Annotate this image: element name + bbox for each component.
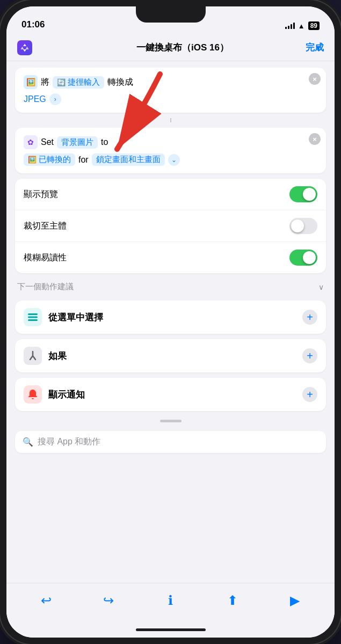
- scroll-content: × 🖼️ 將 🔄 捷徑輸入 轉換成 JPEG ›: [6, 61, 335, 583]
- signal-bars: [285, 23, 295, 29]
- undo-button[interactable]: ↩: [34, 589, 58, 612]
- suggestion-item-notify[interactable]: 顯示通知 +: [15, 378, 326, 411]
- close-card-2-button[interactable]: ×: [309, 133, 321, 145]
- jpeg-chevron[interactable]: ›: [49, 93, 61, 105]
- svg-rect-2: [28, 317, 38, 318]
- toggle-label-crop: 裁切至主體: [24, 221, 289, 232]
- shortcut-token-icon: 🔄: [57, 78, 66, 86]
- home-indicator: [6, 621, 335, 638]
- toggle-crop[interactable]: [289, 218, 317, 234]
- toggle-knob-crop: [291, 219, 304, 232]
- status-time: 01:06: [21, 19, 45, 30]
- play-button[interactable]: ▶: [283, 589, 307, 612]
- suggestion-text-if: 如果: [48, 350, 296, 362]
- notch: [136, 6, 206, 23]
- info-button[interactable]: ℹ: [158, 589, 182, 612]
- token-converted[interactable]: 🖼️ 已轉換的: [24, 153, 75, 166]
- shortcuts-app-icon: [17, 40, 32, 55]
- toggle-row-blur: 模糊易讀性: [15, 242, 326, 273]
- connector-line-1: [170, 118, 171, 122]
- search-placeholder: 搜尋 App 和動作: [38, 436, 100, 448]
- converted-icon: 🖼️: [28, 156, 37, 164]
- done-button[interactable]: 完成: [306, 41, 324, 54]
- home-bar: [136, 628, 206, 631]
- search-bar[interactable]: 🔍 搜尋 App 和動作: [15, 431, 326, 453]
- screen: 01:06 ▲ 89: [6, 6, 335, 638]
- search-icon: 🔍: [23, 437, 33, 447]
- close-card-1-button[interactable]: ×: [309, 73, 321, 85]
- suggestion-icon-notify: [24, 385, 42, 404]
- toggle-knob-blur: [303, 251, 316, 264]
- status-bar: 01:06 ▲ 89: [6, 6, 335, 34]
- label-to: to: [101, 137, 108, 147]
- suggestion-text-menu: 從選單中選擇: [48, 311, 296, 324]
- status-icons: ▲ 89: [285, 21, 320, 30]
- suggestion-item-if[interactable]: 如果 +: [15, 339, 326, 372]
- label-convert-to: 轉換成: [107, 77, 133, 88]
- screen-chevron[interactable]: ⌄: [168, 154, 180, 166]
- nav-title: 一鍵換桌布（iOS 16）: [37, 41, 329, 54]
- toggle-row-preview: 顯示預覽: [15, 179, 326, 210]
- label-set: Set: [41, 137, 54, 147]
- toggle-knob-preview: [303, 188, 316, 201]
- toggle-blur[interactable]: [289, 250, 317, 266]
- add-suggestion-notify-button[interactable]: +: [302, 387, 317, 402]
- token-shortcut-input[interactable]: 🔄 捷徑輸入: [53, 76, 104, 89]
- token-background[interactable]: 背景圖片: [57, 136, 98, 149]
- convert-icon: 🖼️: [24, 75, 38, 89]
- drag-handle-bar: [160, 420, 182, 422]
- wifi-icon: ▲: [298, 22, 305, 30]
- drag-handle: [15, 416, 326, 423]
- add-suggestion-menu-button[interactable]: +: [302, 310, 317, 325]
- token-jpeg[interactable]: JPEG: [24, 94, 46, 104]
- label-convert-prefix: 將: [41, 77, 49, 88]
- toggle-section: 顯示預覽 裁切至主體 模糊易讀性: [15, 179, 326, 273]
- wallpaper-icon: ✿: [24, 135, 38, 149]
- suggestion-item-menu[interactable]: 從選單中選擇 +: [15, 301, 326, 334]
- connector-1: [15, 118, 326, 122]
- suggestion-icon-menu: [24, 308, 42, 326]
- toggle-label-blur: 模糊易讀性: [24, 252, 289, 264]
- action-line-2: ✿ Set 背景圖片 to: [24, 135, 317, 149]
- svg-rect-1: [28, 313, 38, 315]
- toggle-row-crop: 裁切至主體: [15, 210, 326, 242]
- action-card-convert: × 🖼️ 將 🔄 捷徑輸入 轉換成 JPEG ›: [15, 68, 326, 113]
- action-line-1: 🖼️ 將 🔄 捷徑輸入 轉換成: [24, 75, 317, 89]
- next-action-title: 下一個動作建議: [17, 282, 318, 292]
- share-button[interactable]: ⬆: [221, 589, 244, 612]
- battery-icon: 89: [308, 21, 320, 30]
- suggestion-icon-if: [24, 347, 42, 365]
- toggle-label-preview: 顯示預覽: [24, 189, 289, 200]
- svg-rect-3: [28, 319, 38, 321]
- suggestion-text-notify: 顯示通知: [48, 389, 296, 401]
- action-card-set-wallpaper: × ✿ Set 背景圖片 to 🖼️ 已轉換的 for 鎖定畫面和主畫面: [15, 128, 326, 173]
- toggle-preview[interactable]: [289, 186, 317, 202]
- nav-bar: 一鍵換桌布（iOS 16） ▾ 完成: [6, 34, 335, 61]
- phone-frame: 01:06 ▲ 89: [0, 0, 341, 644]
- action-card-2-wrapper: × ✿ Set 背景圖片 to 🖼️ 已轉換的 for 鎖定畫面和主畫面: [15, 128, 326, 173]
- next-action-chevron: ∨: [318, 283, 324, 291]
- next-action-header[interactable]: 下一個動作建議 ∨: [15, 279, 326, 295]
- bottom-toolbar: ↩ ↪ ℹ ⬆ ▶: [6, 583, 335, 621]
- redo-button[interactable]: ↪: [97, 589, 120, 612]
- token-screen[interactable]: 鎖定畫面和主畫面: [92, 153, 165, 166]
- label-for: for: [78, 155, 89, 165]
- add-suggestion-if-button[interactable]: +: [302, 348, 317, 363]
